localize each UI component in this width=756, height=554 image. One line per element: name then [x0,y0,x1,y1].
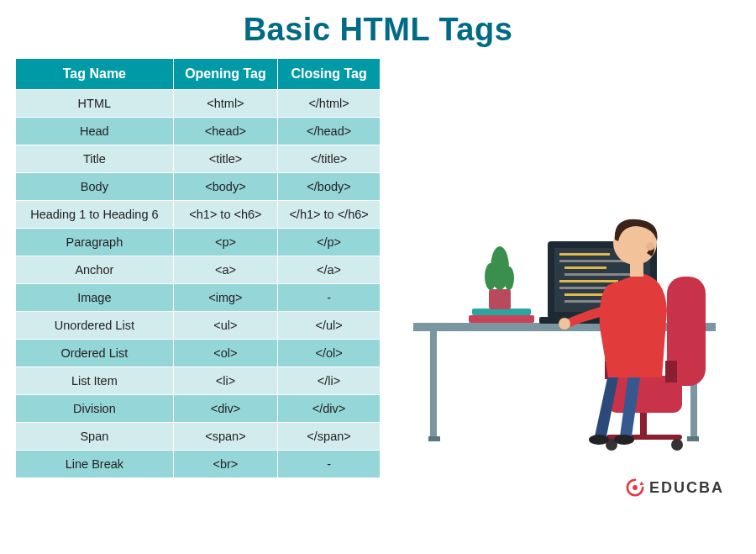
educba-logo: EDUCBA [626,478,724,497]
cell-closing-tag: </html> [278,90,381,118]
cell-closing-tag: </ol> [278,340,381,367]
svg-rect-1 [430,331,437,441]
cell-closing-tag: </div> [278,395,381,423]
table-row: Line Break<br>- [16,451,381,478]
cell-opening-tag: <p> [173,229,277,256]
cell-tag-name: Head [16,118,174,145]
cell-opening-tag: <h1> to <h6> [173,201,277,229]
table-row: Head<head></head> [16,118,381,145]
cell-closing-tag: - [278,284,381,312]
cell-opening-tag: <head> [173,118,277,145]
cell-opening-tag: <img> [173,284,277,312]
svg-point-32 [614,435,634,445]
cell-opening-tag: <li> [173,367,277,395]
svg-point-10 [504,266,514,290]
cell-opening-tag: <span> [173,423,277,451]
cell-tag-name: Heading 1 to Heading 6 [16,201,174,229]
cell-opening-tag: <ul> [173,312,277,340]
person-at-desk-illustration [413,159,732,462]
cell-opening-tag: <body> [173,173,277,201]
svg-rect-6 [469,315,534,323]
table-row: Body<body></body> [16,173,381,201]
cell-tag-name: Division [16,395,174,423]
col-header-closing-tag: Closing Tag [278,59,381,90]
cell-tag-name: Image [16,284,174,312]
html-tags-table: Tag Name Opening Tag Closing Tag HTML<ht… [15,58,381,478]
svg-point-25 [671,439,683,451]
table-row: Ordered List<ol></ol> [16,340,381,367]
cell-tag-name: Title [16,145,174,173]
svg-rect-3 [428,436,440,441]
illustration-area: EDUCBA [381,58,741,512]
table-header-row: Tag Name Opening Tag Closing Tag [16,59,381,90]
cell-tag-name: Body [16,173,174,201]
content-wrap: Tag Name Opening Tag Closing Tag HTML<ht… [0,58,756,512]
page-title: Basic HTML Tags [0,0,756,58]
cell-tag-name: Line Break [16,451,174,478]
cell-opening-tag: <ol> [173,340,277,367]
svg-point-31 [589,435,609,445]
cell-closing-tag: </title> [278,145,381,173]
logo-text: EDUCBA [649,479,724,497]
cell-tag-name: Span [16,423,174,451]
table-row: Image<img>- [16,284,381,312]
table-row: Division<div></div> [16,395,381,423]
cell-opening-tag: <html> [173,90,277,118]
table-row: Title<title></title> [16,145,381,173]
cell-tag-name: Unordered List [16,312,174,340]
col-header-tag-name: Tag Name [16,59,174,90]
cell-tag-name: Anchor [16,256,174,284]
cell-tag-name: Ordered List [16,340,174,367]
cell-opening-tag: <div> [173,395,277,423]
cell-closing-tag: - [278,451,381,478]
svg-rect-18 [559,280,618,282]
table-row: Paragraph<p></p> [16,229,381,256]
cell-opening-tag: <br> [173,451,277,478]
table-row: List Item<li></li> [16,367,381,395]
svg-rect-17 [564,273,632,276]
logo-icon [626,478,644,497]
table-row: HTML<html></html> [16,90,381,118]
svg-marker-37 [639,482,644,486]
svg-point-9 [485,263,496,290]
cell-closing-tag: </h1> to </h6> [278,201,381,229]
svg-point-33 [559,318,570,330]
svg-rect-16 [564,266,606,269]
table-row: Heading 1 to Heading 6<h1> to <h6></h1> … [16,201,381,229]
svg-rect-14 [559,253,610,256]
svg-rect-7 [489,289,511,309]
cell-closing-tag: </head> [278,118,381,145]
cell-tag-name: Paragraph [16,229,174,256]
table-row: Anchor<a></a> [16,256,381,284]
svg-rect-28 [665,361,677,383]
cell-opening-tag: <a> [173,256,277,284]
svg-rect-4 [687,436,699,441]
cell-tag-name: HTML [16,90,174,118]
svg-rect-5 [472,309,531,315]
table-row: Span<span></span> [16,423,381,451]
svg-point-38 [633,485,638,490]
cell-closing-tag: </ul> [278,312,381,340]
cell-closing-tag: </body> [278,173,381,201]
svg-rect-22 [640,411,647,436]
table-row: Unordered List<ul></ul> [16,312,381,340]
cell-opening-tag: <title> [173,145,277,173]
cell-closing-tag: </span> [278,423,381,451]
cell-closing-tag: </p> [278,229,381,256]
cell-tag-name: List Item [16,367,174,395]
svg-point-36 [646,242,654,251]
cell-closing-tag: </li> [278,367,381,395]
col-header-opening-tag: Opening Tag [173,59,277,90]
cell-closing-tag: </a> [278,256,381,284]
